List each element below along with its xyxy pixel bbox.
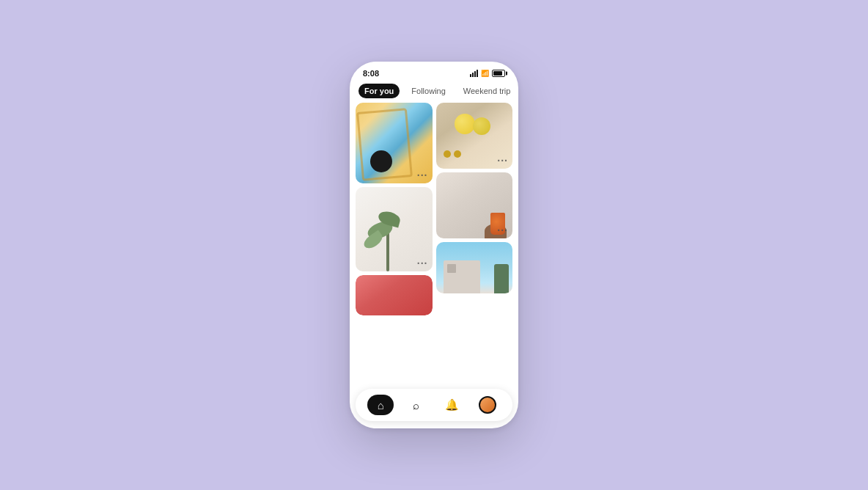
battery-icon <box>492 70 505 77</box>
nav-search[interactable]: ⌕ <box>403 395 430 415</box>
pin-card-plant[interactable]: ··· <box>356 187 433 271</box>
signal-icon <box>470 70 478 77</box>
tab-following[interactable]: Following <box>405 84 451 98</box>
content-area: ··· ··· <box>350 103 518 384</box>
pin-card-drink[interactable]: ··· <box>436 172 513 238</box>
tabs-row: For you Following Weekend trip Kitch <box>350 81 518 103</box>
nav-profile[interactable] <box>474 395 501 415</box>
status-icons: 📶 <box>470 70 505 77</box>
avatar <box>479 396 496 414</box>
search-icon: ⌕ <box>413 399 419 412</box>
pin-card-staircase[interactable]: ··· <box>356 103 433 183</box>
nav-notifications[interactable]: 🔔 <box>438 395 465 415</box>
nav-bar: ⌂ ⌕ 🔔 <box>356 389 512 421</box>
phone-shell: 8:08 📶 For you Following Weekend trip Ki… <box>350 62 518 428</box>
wifi-icon: 📶 <box>481 70 489 77</box>
nav-home[interactable]: ⌂ <box>367 395 394 415</box>
pin-card-fruits[interactable]: ··· <box>436 103 513 169</box>
more-dots-fruits[interactable]: ··· <box>497 156 508 166</box>
tab-weekend-trip[interactable]: Weekend trip <box>457 84 517 98</box>
more-dots-plant[interactable]: ··· <box>417 258 428 268</box>
pin-card-building[interactable] <box>436 242 513 293</box>
pin-card-pink[interactable] <box>356 275 433 315</box>
bottom-nav: ⌂ ⌕ 🔔 <box>350 384 518 428</box>
status-bar: 8:08 📶 <box>350 62 518 81</box>
bell-icon: 🔔 <box>445 398 459 412</box>
tab-for-you[interactable]: For you <box>358 84 400 98</box>
status-time: 8:08 <box>363 69 379 78</box>
right-column: ··· ··· <box>436 103 513 384</box>
left-column: ··· ··· <box>356 103 433 384</box>
more-dots-staircase[interactable]: ··· <box>417 170 428 180</box>
more-dots-drink[interactable]: ··· <box>497 225 508 235</box>
masonry-grid: ··· ··· <box>350 103 518 384</box>
home-icon: ⌂ <box>378 399 384 412</box>
